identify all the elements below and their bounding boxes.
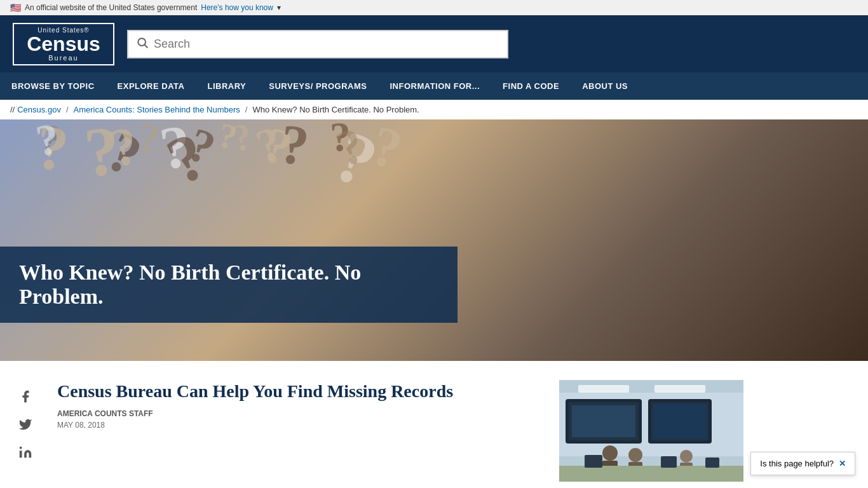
hero-title: Who Knew? No Birth Certificate. No Probl…	[19, 261, 438, 309]
search-bar[interactable]	[127, 30, 508, 58]
svg-rect-13	[653, 404, 707, 438]
nav-surveys-programs[interactable]: SURVEYS/ PROGRAMS	[257, 72, 378, 100]
hero-image: ? ? ? ? ? ? ? ? ? ? ? ? ? ? ? ? ? ? ? ? …	[0, 119, 868, 361]
helpful-text: Is this page helpful?	[760, 459, 834, 468]
hero-pattern: ? ? ? ? ? ? ? ? ? ? ? ? ? ? ? ? ? ? ? ?	[0, 119, 868, 361]
nav-library[interactable]: LIBRARY	[196, 72, 257, 100]
article-image	[559, 380, 743, 482]
breadcrumb-census-gov[interactable]: Census.gov	[17, 105, 61, 114]
nav-about-us[interactable]: ABOUT US	[571, 72, 639, 100]
logo-census: Census	[19, 34, 108, 54]
article-date: MAY 08, 2018	[57, 421, 540, 430]
article-heading: Census Bureau Can Help You Find Missing …	[57, 380, 540, 403]
nav-explore-data[interactable]: EXPLORE DATA	[106, 72, 196, 100]
helpful-banner: Is this page helpful? ✕	[750, 452, 855, 475]
close-helpful-button[interactable]: ✕	[839, 459, 846, 468]
breadcrumb: // Census.gov / America Counts: Stories …	[0, 100, 868, 119]
gov-banner: 🇺🇸 An official website of the United Sta…	[0, 0, 868, 15]
how-you-know-link[interactable]: Here's how you know	[201, 3, 273, 12]
article-author: AMERICA COUNTS STAFF	[57, 409, 540, 418]
facebook-share-button[interactable]	[15, 386, 36, 407]
breadcrumb-sep-1: /	[66, 105, 69, 114]
content-area: Census Bureau Can Help You Find Missing …	[0, 361, 868, 488]
breadcrumb-slash: //	[10, 105, 15, 114]
breadcrumb-sep-2: /	[245, 105, 248, 114]
nav-information-for[interactable]: INFORMATION FOR...	[378, 72, 491, 100]
linkedin-share-button[interactable]	[15, 442, 36, 463]
search-icon	[136, 36, 149, 52]
logo-area[interactable]: United States® Census Bureau	[13, 23, 114, 65]
svg-rect-6	[578, 385, 629, 393]
census-bureau-logo[interactable]: United States® Census Bureau	[13, 23, 114, 65]
svg-line-1	[145, 44, 148, 48]
svg-rect-7	[654, 385, 705, 393]
flag-icon: 🇺🇸	[10, 3, 21, 13]
svg-rect-23	[705, 458, 719, 468]
article: Census Bureau Can Help You Find Missing …	[57, 380, 540, 482]
svg-rect-21	[585, 455, 602, 468]
site-header: United States® Census Bureau	[0, 15, 868, 72]
svg-point-3	[20, 447, 22, 449]
social-sidebar	[13, 380, 38, 482]
svg-rect-22	[661, 456, 677, 468]
nav-browse-by-topic[interactable]: BROWSE BY TOPIC	[0, 72, 106, 100]
breadcrumb-america-counts[interactable]: America Counts: Stories Behind the Numbe…	[74, 105, 240, 114]
article-photo-svg	[559, 380, 743, 482]
svg-rect-20	[559, 466, 743, 482]
article-image-inner	[559, 380, 743, 482]
svg-point-18	[680, 450, 693, 463]
nav-find-a-code[interactable]: FIND A CODE	[491, 72, 571, 100]
gov-banner-text: An official website of the United States…	[25, 3, 197, 12]
chevron-down-icon: ▾	[277, 3, 281, 12]
search-input[interactable]	[154, 37, 499, 51]
svg-point-16	[628, 448, 642, 462]
svg-point-0	[138, 38, 146, 46]
svg-rect-10	[572, 405, 635, 437]
breadcrumb-current: Who Knew? No Birth Certificate. No Probl…	[252, 105, 419, 114]
svg-rect-2	[20, 451, 22, 458]
main-nav: BROWSE BY TOPIC EXPLORE DATA LIBRARY SUR…	[0, 72, 868, 100]
hero-title-box: Who Knew? No Birth Certificate. No Probl…	[0, 247, 458, 323]
twitter-share-button[interactable]	[15, 414, 36, 435]
svg-point-14	[602, 445, 618, 461]
